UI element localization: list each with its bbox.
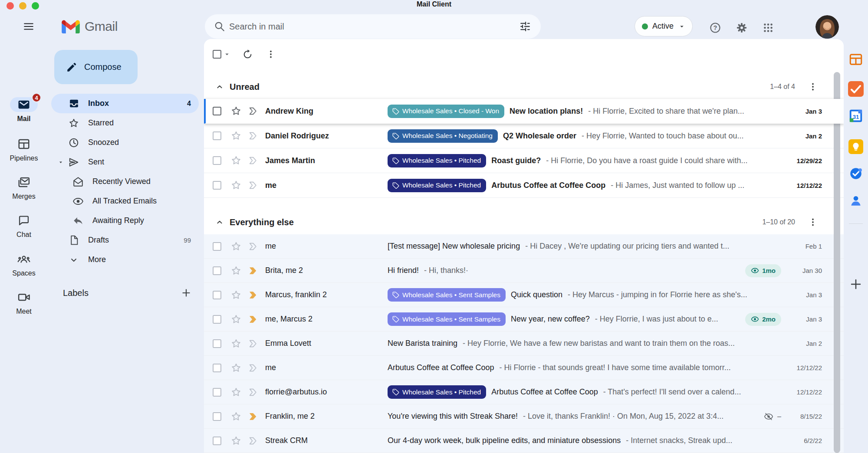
email-checkbox[interactable] <box>213 181 221 190</box>
sidebar-item-more[interactable]: More <box>51 250 199 269</box>
account-avatar[interactable] <box>815 15 839 39</box>
email-row[interactable]: Andrew KingWholesale Sales • Closed - Wo… <box>204 99 844 124</box>
email-row[interactable]: Streak CRMOur 4-day work week, bulk pipe… <box>204 429 844 453</box>
star-icon[interactable] <box>230 338 242 349</box>
select-options-caret-icon[interactable] <box>221 49 233 59</box>
streak-mail-icon[interactable] <box>848 81 864 97</box>
star-icon[interactable] <box>230 314 242 325</box>
email-checkbox[interactable] <box>213 156 221 165</box>
pipeline-stage-badge[interactable]: Wholesale Sales • Negotiating <box>388 129 498 143</box>
email-checkbox[interactable] <box>213 339 221 348</box>
email-checkbox[interactable] <box>213 437 221 445</box>
email-row[interactable]: Daniel RodriguezWholesale Sales • Negoti… <box>204 124 844 148</box>
email-row[interactable]: florrie@arbutus.ioWholesale Sales • Pitc… <box>204 380 844 404</box>
pipeline-stage-badge[interactable]: Wholesale Sales • Sent Samples <box>388 288 506 302</box>
star-icon[interactable] <box>230 130 242 141</box>
pipeline-stage-badge[interactable]: Wholesale Sales • Pitched <box>388 179 486 192</box>
search-options-icon[interactable] <box>516 17 535 36</box>
streak-box-icon[interactable] <box>248 315 259 324</box>
email-row[interactable]: meArbutus Coffee at Coffee Coop - Hi Flo… <box>204 356 844 380</box>
streak-box-icon[interactable] <box>248 290 259 300</box>
add-label-icon[interactable] <box>179 286 194 300</box>
rail-item-mail[interactable]: 4Mail <box>0 97 48 123</box>
streak-box-icon[interactable] <box>248 106 259 116</box>
email-checkbox[interactable] <box>213 266 221 275</box>
sidebar-item-inbox[interactable]: Inbox4 <box>51 94 199 113</box>
sidebar-item-starred[interactable]: Starred <box>51 113 199 133</box>
zoom-window-button[interactable] <box>32 2 39 10</box>
rail-item-meet[interactable]: Meet <box>0 290 48 315</box>
streak-box-icon[interactable] <box>248 363 259 373</box>
email-row[interactable]: Marcus, franklin 2Wholesale Sales • Sent… <box>204 283 844 307</box>
streak-box-icon[interactable] <box>248 181 259 190</box>
streak-pipelines-icon[interactable] <box>848 52 864 67</box>
email-checkbox[interactable] <box>213 364 221 372</box>
email-row[interactable]: me[Test message] New wholesale pricing -… <box>204 234 844 259</box>
collapse-section-icon[interactable] <box>215 217 224 227</box>
rail-item-chat[interactable]: Chat <box>0 213 48 239</box>
rail-item-pipelines[interactable]: Pipelines <box>0 137 48 162</box>
minimize-window-button[interactable] <box>19 2 26 10</box>
section-more-options-icon[interactable] <box>806 215 820 230</box>
streak-box-icon[interactable] <box>248 412 259 421</box>
more-options-icon[interactable] <box>262 46 279 63</box>
get-add-ons-icon[interactable] <box>848 276 864 292</box>
streak-box-icon[interactable] <box>248 436 259 446</box>
star-icon[interactable] <box>230 411 242 422</box>
star-icon[interactable] <box>230 362 242 374</box>
streak-box-icon[interactable] <box>248 387 259 397</box>
email-checkbox[interactable] <box>213 388 221 397</box>
sidebar-item-all-tracked-emails[interactable]: All Tracked Emails <box>51 191 199 211</box>
collapse-section-icon[interactable] <box>215 82 224 92</box>
main-menu-icon[interactable] <box>20 18 37 35</box>
rail-item-spaces[interactable]: Spaces <box>0 252 48 277</box>
star-icon[interactable] <box>230 265 242 276</box>
google-contacts-icon[interactable] <box>848 193 864 209</box>
star-icon[interactable] <box>230 289 242 301</box>
email-checkbox[interactable] <box>213 291 221 299</box>
refresh-icon[interactable] <box>239 46 256 63</box>
email-checkbox[interactable] <box>213 131 221 140</box>
streak-box-icon[interactable] <box>248 339 259 348</box>
rail-item-merges[interactable]: Merges <box>0 175 48 200</box>
email-checkbox[interactable] <box>213 412 221 421</box>
sidebar-item-recently-viewed[interactable]: Recently Viewed <box>51 172 199 191</box>
search-input[interactable] <box>229 22 516 32</box>
star-icon[interactable] <box>230 180 242 191</box>
section-more-options-icon[interactable] <box>806 79 820 94</box>
email-checkbox[interactable] <box>213 315 221 324</box>
pipeline-stage-badge[interactable]: Wholesale Sales • Pitched <box>388 385 486 399</box>
select-all-checkbox[interactable] <box>213 50 221 59</box>
sidebar-item-awaiting-reply[interactable]: Awaiting Reply <box>51 211 199 230</box>
email-row[interactable]: Franklin, me 2You're viewing this with S… <box>204 404 844 429</box>
pipeline-stage-badge[interactable]: Wholesale Sales • Closed - Won <box>388 105 504 118</box>
google-keep-icon[interactable] <box>848 139 864 154</box>
email-checkbox[interactable] <box>213 107 221 115</box>
streak-box-icon[interactable] <box>248 242 259 251</box>
pipeline-stage-badge[interactable]: Wholesale Sales • Pitched <box>388 154 486 167</box>
email-row[interactable]: Brita, me 2Hi friend! - Hi, thanks!·1moJ… <box>204 259 844 283</box>
email-row[interactable]: Emma LovettNew Barista training - Hey Fl… <box>204 332 844 356</box>
streak-box-icon[interactable] <box>248 131 259 141</box>
sidebar-item-drafts[interactable]: Drafts99 <box>51 230 199 250</box>
email-row[interactable]: meWholesale Sales • PitchedArbutus Coffe… <box>204 173 844 198</box>
pipeline-stage-badge[interactable]: Wholesale Sales • Sent Samples <box>388 312 506 326</box>
streak-box-icon[interactable] <box>248 266 259 276</box>
help-icon[interactable]: ? <box>707 19 724 36</box>
sidebar-item-snoozed[interactable]: Snoozed <box>51 133 199 152</box>
google-calendar-icon[interactable]: 31 <box>848 108 864 124</box>
expand-caret-icon[interactable] <box>58 160 63 165</box>
close-window-button[interactable] <box>7 2 14 10</box>
star-icon[interactable] <box>230 435 242 446</box>
streak-box-icon[interactable] <box>248 156 259 165</box>
email-checkbox[interactable] <box>213 242 221 251</box>
email-row[interactable]: James MartinWholesale Sales • PitchedRoa… <box>204 148 844 173</box>
status-dropdown[interactable]: Active <box>635 16 693 36</box>
email-row[interactable]: me, Marcus 2Wholesale Sales • Sent Sampl… <box>204 307 844 332</box>
star-icon[interactable] <box>230 241 242 252</box>
list-scrollbar[interactable] <box>834 72 840 453</box>
google-tasks-icon[interactable] <box>848 166 864 181</box>
star-icon[interactable] <box>230 387 242 398</box>
search-icon[interactable] <box>210 17 229 36</box>
star-icon[interactable] <box>230 155 242 166</box>
